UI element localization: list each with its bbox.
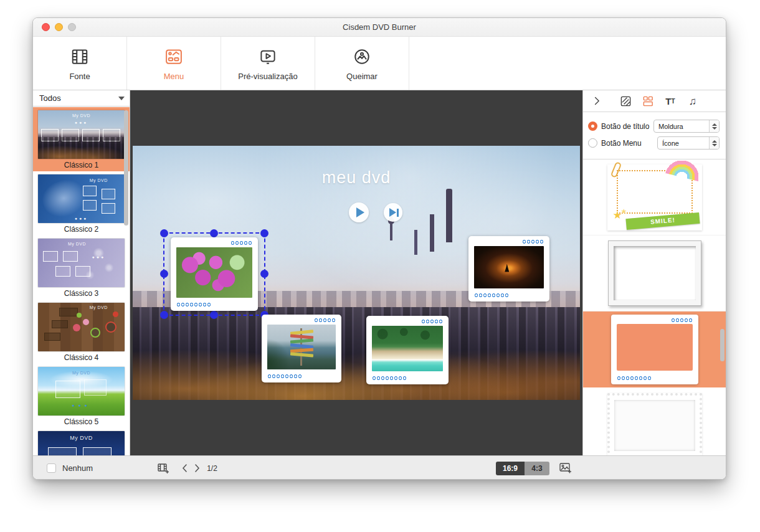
smile-frame-preview: ★ ★ SMILE! bbox=[607, 164, 702, 230]
menu-button-radio[interactable] bbox=[588, 138, 597, 148]
chain-decoration bbox=[176, 302, 211, 307]
tab-fonte[interactable]: Fonte bbox=[33, 37, 127, 90]
burn-icon bbox=[351, 46, 373, 67]
resize-handle[interactable] bbox=[160, 270, 168, 278]
template-name: Clássico 5 bbox=[38, 416, 125, 427]
add-title-button[interactable] bbox=[156, 462, 170, 475]
title-button-radio[interactable] bbox=[588, 121, 597, 131]
customize-panel: TT ♫ Botão de título Moldura bbox=[582, 90, 726, 455]
tab-previsualizacao[interactable]: Pré-visualização bbox=[221, 37, 315, 90]
bottom-bar: Nenhum 1/2 16:9 4:3 bbox=[33, 455, 726, 480]
resize-handle[interactable] bbox=[210, 229, 218, 237]
resize-handle[interactable] bbox=[160, 229, 168, 237]
title-button-row: Botão de título Moldura bbox=[588, 120, 720, 133]
dvd-menu-canvas[interactable]: meu dvd bbox=[133, 146, 580, 400]
sidebar-scrollbar[interactable] bbox=[124, 110, 128, 226]
title-button-label: Botão de título bbox=[601, 122, 649, 131]
next-button[interactable] bbox=[384, 203, 402, 222]
resize-handle[interactable] bbox=[160, 311, 168, 319]
resize-handle[interactable] bbox=[260, 270, 268, 278]
template-classico-2[interactable]: My DVD ●●● Clássico 2 bbox=[33, 171, 130, 235]
menu-button-row: Botão Menu Ícone bbox=[588, 136, 720, 150]
template-classico-6[interactable]: My DVD bbox=[33, 428, 130, 455]
template-filter-dropdown[interactable]: Todos bbox=[33, 90, 130, 107]
template-thumbnail: My DVD ●●● bbox=[38, 110, 125, 159]
menu-button-label: Botão Menu bbox=[601, 139, 642, 148]
template-thumbnail: My DVD ●●● bbox=[38, 174, 125, 223]
tab-previsualizacao-label: Pré-visualização bbox=[238, 72, 297, 81]
template-name: Clássico 1 bbox=[38, 159, 125, 170]
none-label: Nenhum bbox=[62, 463, 93, 473]
dropdown-value: Ícone bbox=[662, 140, 709, 147]
content-area: Todos My DVD ●●● Clássico 1 bbox=[33, 90, 726, 455]
template-name: Clássico 4 bbox=[38, 351, 125, 363]
tab-menu-label: Menu bbox=[164, 72, 184, 81]
tab-fonte-label: Fonte bbox=[69, 72, 90, 81]
template-classico-1[interactable]: My DVD ●●● Clássico 1 bbox=[33, 107, 130, 171]
video-thumbnail-flowers[interactable] bbox=[171, 237, 258, 311]
video-thumbnail-beach[interactable] bbox=[366, 316, 449, 384]
collapse-panel-button[interactable] bbox=[591, 95, 603, 107]
menu-preview-area: meu dvd bbox=[130, 90, 582, 455]
template-thumbnail: My DVD bbox=[38, 431, 125, 455]
aspect-16-9-button[interactable]: 16:9 bbox=[496, 462, 525, 475]
aspect-4-3-button[interactable]: 4:3 bbox=[525, 462, 549, 475]
toolbar-spacer bbox=[409, 37, 726, 90]
chevron-down-icon bbox=[118, 97, 125, 100]
dropdown-value: Moldura bbox=[658, 123, 709, 130]
chain-decoration bbox=[267, 374, 302, 379]
template-thumbnail: My DVD ●●● bbox=[38, 367, 125, 416]
video-thumbnail-sunset[interactable] bbox=[468, 236, 549, 302]
resize-handle[interactable] bbox=[260, 229, 268, 237]
template-classico-3[interactable]: My DVD ●●● Clássico 3 bbox=[33, 235, 130, 300]
text-tab-icon[interactable]: TT bbox=[664, 95, 677, 107]
tab-queimar-label: Queimar bbox=[346, 72, 378, 81]
next-page-icon[interactable] bbox=[194, 463, 201, 473]
play-button[interactable] bbox=[349, 202, 369, 222]
template-list: My DVD ●●● Clássico 1 My DVD bbox=[33, 107, 130, 455]
frame-tab-icon[interactable] bbox=[642, 95, 654, 107]
app-window: Cisdem DVD Burner Fonte bbox=[32, 17, 726, 480]
frame-option-bevel[interactable] bbox=[583, 235, 726, 311]
frame-option-classic[interactable] bbox=[583, 311, 726, 387]
panel-scrollbar[interactable] bbox=[720, 329, 724, 361]
page-arrows bbox=[181, 463, 201, 473]
bevel-frame-preview bbox=[608, 240, 701, 306]
template-name: Clássico 3 bbox=[38, 287, 125, 298]
frame-style-list: ★ ★ SMILE! bbox=[583, 159, 726, 455]
chain-decoration bbox=[671, 318, 693, 323]
background-tab-icon[interactable] bbox=[619, 95, 632, 107]
tab-queimar[interactable]: Queimar bbox=[315, 37, 409, 90]
none-checkbox[interactable] bbox=[47, 463, 56, 473]
frame-option-smile[interactable]: ★ ★ SMILE! bbox=[583, 159, 726, 235]
main-toolbar: Fonte Menu bbox=[33, 37, 726, 90]
music-tab-icon[interactable]: ♫ bbox=[686, 95, 699, 107]
chain-decoration bbox=[617, 376, 652, 381]
template-classico-4[interactable]: My DVD Clássico 4 bbox=[33, 300, 130, 364]
dots-decoration: ●●● bbox=[38, 403, 125, 407]
panel-tab-bar: TT ♫ bbox=[583, 90, 726, 112]
prev-page-icon[interactable] bbox=[181, 463, 188, 473]
desktop: Cisdem DVD Burner Fonte bbox=[0, 0, 760, 532]
template-thumbnail: My DVD bbox=[38, 303, 125, 351]
dots-decoration: ●●● bbox=[73, 255, 125, 259]
stamp-frame-preview bbox=[607, 393, 702, 456]
add-background-image-button[interactable] bbox=[558, 461, 573, 478]
city-foreground bbox=[133, 307, 580, 400]
stepper-icon bbox=[709, 120, 719, 132]
title-button-style-dropdown[interactable]: Moldura bbox=[653, 120, 720, 133]
frame-option-stamp[interactable] bbox=[583, 387, 726, 455]
classic-frame-preview bbox=[611, 315, 698, 384]
tab-menu[interactable]: Menu bbox=[127, 37, 221, 90]
chain-decoration bbox=[522, 239, 544, 244]
template-classico-5[interactable]: My DVD ●●● Clássico 5 bbox=[33, 364, 130, 428]
tower-silhouette bbox=[430, 214, 434, 252]
menu-button-style-dropdown[interactable]: Ícone bbox=[657, 136, 720, 150]
dots-decoration: ●●● bbox=[38, 216, 125, 221]
title-bar: Cisdem DVD Burner bbox=[33, 18, 726, 37]
resize-handle[interactable] bbox=[210, 311, 218, 319]
dvd-menu-title[interactable]: meu dvd bbox=[133, 168, 580, 188]
video-thumbnail-signpost[interactable] bbox=[262, 315, 341, 382]
video-frame-image bbox=[267, 325, 336, 369]
chain-decoration bbox=[421, 319, 443, 324]
